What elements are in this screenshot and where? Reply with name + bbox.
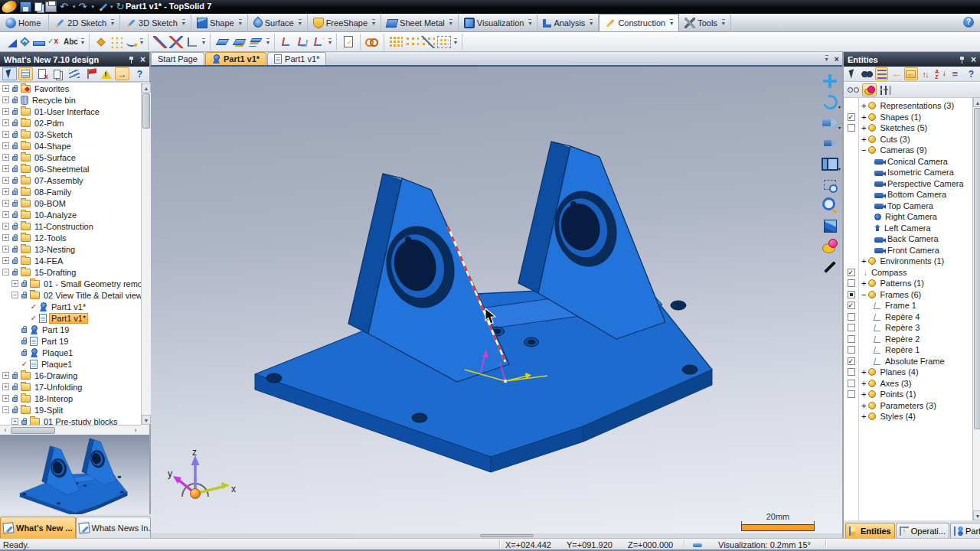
panel-tab-parts[interactable]: Parts <box>950 523 980 538</box>
entity-tree-item[interactable]: Repère 2 <box>844 334 972 345</box>
i-link[interactable] <box>365 36 379 48</box>
tree-item[interactable]: +07-Assembly <box>0 174 141 186</box>
ribbon-tab-home[interactable]: Home <box>0 14 49 31</box>
visibility-checkbox[interactable] <box>848 269 855 276</box>
expand-toggle-icon[interactable]: + <box>861 279 866 288</box>
panel-tab-whats-news-in-[interactable]: Whats News In... <box>76 517 152 538</box>
i-point[interactable] <box>98 38 104 44</box>
expand-toggle-icon[interactable]: − <box>861 145 866 155</box>
expand-toggle-icon[interactable]: + <box>861 412 866 421</box>
entity-tree-item[interactable]: +Sketches (5) <box>844 122 972 134</box>
document-tab[interactable]: Part1 v1* <box>267 52 326 65</box>
redo-icon[interactable] <box>79 2 90 12</box>
tree-item[interactable]: +18-Interop <box>0 393 141 404</box>
tree-item[interactable]: −15-Drafting <box>0 266 141 278</box>
ribbon-tab-analysis[interactable]: Analysis▾ <box>537 14 599 31</box>
vt-projector-icon[interactable]: ▾ <box>820 112 840 132</box>
expand-toggle-icon[interactable]: + <box>11 280 18 287</box>
visibility-checkbox[interactable] <box>848 390 855 398</box>
entity-tree-item[interactable]: Front Camera <box>844 245 972 256</box>
visibility-checkbox[interactable] <box>848 368 855 376</box>
dropdown-marker[interactable]: ▾ <box>590 19 593 27</box>
topsolid-logo-icon[interactable] <box>0 0 18 15</box>
entity-tree-item[interactable]: Bottom Camera <box>844 189 972 201</box>
vt-render-icon[interactable] <box>820 236 840 256</box>
tree-item[interactable]: +04-Shape <box>0 140 141 152</box>
scroll-thumb[interactable] <box>142 93 150 129</box>
i-validate[interactable] <box>8 39 17 47</box>
entity-tree-item[interactable]: +Cuts (3) <box>844 134 972 145</box>
tree-sync-icon[interactable] <box>18 67 33 80</box>
ribbon-tab-freeshape[interactable]: FreeShape▾ <box>308 14 381 31</box>
help-icon[interactable]: ? <box>963 17 974 28</box>
entity-tree-item[interactable]: Repère 4 <box>844 311 972 323</box>
dropdown-marker[interactable]: ▾ <box>838 104 841 109</box>
i-points[interactable] <box>110 36 124 48</box>
viewport-3d[interactable]: z y x ▾▾▾ 20mm <box>151 67 842 533</box>
ribbon-tab-visualization[interactable]: Visualization▾ <box>459 14 538 31</box>
i-plane[interactable] <box>216 39 230 45</box>
expand-toggle-icon[interactable]: + <box>2 85 9 92</box>
expand-toggle-icon[interactable]: + <box>861 256 866 266</box>
tree-item[interactable]: +10-Analyze <box>0 209 141 220</box>
select-icon[interactable] <box>846 67 859 80</box>
entity-tree-item[interactable]: Conical Camera <box>844 156 972 168</box>
panel-tab-operati-[interactable]: Operati... <box>896 523 949 538</box>
entity-tree-item[interactable]: +Representations (3) <box>844 100 972 112</box>
expand-toggle-icon[interactable]: + <box>2 200 9 207</box>
tree-item[interactable]: +03-Sketch <box>0 129 141 140</box>
expand-toggle-icon[interactable]: − <box>861 290 866 299</box>
visibility-checkbox[interactable] <box>848 124 855 132</box>
sort-az-icon[interactable] <box>934 67 947 80</box>
select-icon[interactable] <box>2 67 17 80</box>
panel-tab-entities[interactable]: Entities <box>845 523 895 538</box>
flag-icon[interactable] <box>83 67 97 80</box>
project-tree-scrollbar[interactable]: ▲ ▼ <box>141 83 151 425</box>
expand-toggle-icon[interactable]: + <box>2 188 9 195</box>
document-tab[interactable]: Part1 v1* <box>205 52 266 65</box>
close-icon[interactable]: × <box>971 56 976 64</box>
entity-tree-item[interactable]: +Parameters (3) <box>844 400 972 412</box>
ribbon-tab-surface[interactable]: Surface▾ <box>248 14 308 31</box>
entity-tree-item[interactable]: +Environments (1) <box>844 256 972 267</box>
dropdown-marker[interactable]: ▾ <box>73 4 76 10</box>
pen-icon[interactable] <box>97 2 109 12</box>
i-patline[interactable] <box>421 36 435 48</box>
tab-list-dropdown-icon[interactable]: ▾ <box>825 55 828 63</box>
vt-zoom-icon[interactable] <box>820 195 840 215</box>
help-icon[interactable] <box>132 67 147 80</box>
i-doccheck[interactable] <box>344 36 353 47</box>
pin-icon[interactable] <box>128 56 136 64</box>
entity-tree-item[interactable]: Back Camera <box>844 233 972 245</box>
expand-toggle-icon[interactable]: − <box>2 406 9 413</box>
entity-tree-item[interactable]: Compass <box>844 267 972 279</box>
copy-icon[interactable] <box>34 2 42 11</box>
search-icon[interactable] <box>861 67 874 80</box>
tree-item[interactable]: +11-Construction <box>0 220 141 232</box>
close-document-icon[interactable]: × <box>835 54 839 64</box>
dropdown-marker[interactable]: ▾ <box>239 19 242 27</box>
bracket-part[interactable] <box>255 142 712 472</box>
entity-tree-item[interactable]: Top Camera <box>844 201 972 212</box>
entities-tree-scrollbar[interactable]: ▲ ▼ <box>972 97 980 520</box>
dropdown-marker[interactable]: ▾ <box>140 38 143 46</box>
entity-tree-item[interactable]: +Axes (3) <box>844 378 972 390</box>
palette-icon[interactable] <box>862 83 877 96</box>
i-patsparse[interactable] <box>405 36 419 48</box>
tree-item[interactable]: +02-Pdm <box>0 117 141 129</box>
tree-item[interactable]: −19-Split <box>0 404 141 416</box>
expand-toggle-icon[interactable]: + <box>861 401 866 410</box>
expand-toggle-icon[interactable]: + <box>861 101 866 110</box>
vt-screens-icon[interactable]: ▾ <box>820 154 840 174</box>
document-tab[interactable]: Start Page <box>151 52 204 65</box>
expand-toggle-icon[interactable]: + <box>2 223 9 230</box>
project-tree-hscrollbar[interactable]: ‹ › <box>0 425 141 435</box>
splitter-handle[interactable] <box>480 534 534 537</box>
expand-toggle-icon[interactable]: + <box>2 142 9 149</box>
dropdown-marker[interactable]: ▾ <box>266 38 270 46</box>
entity-tree-item[interactable]: +Styles (4) <box>844 411 972 422</box>
entity-tree-item[interactable]: Isometric Camera <box>844 167 972 178</box>
close-icon[interactable]: × <box>140 56 145 64</box>
expand-toggle-icon[interactable]: + <box>861 135 866 144</box>
expand-toggle-icon[interactable]: + <box>861 390 866 399</box>
